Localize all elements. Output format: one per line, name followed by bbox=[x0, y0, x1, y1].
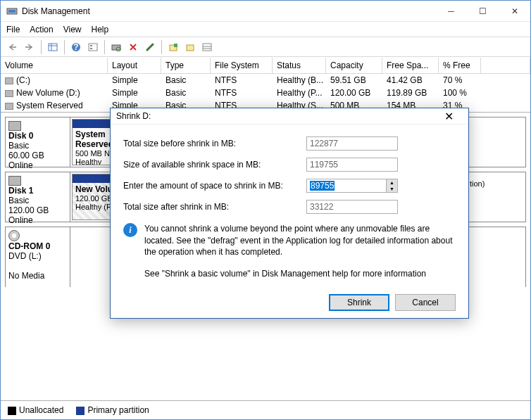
svg-rect-1 bbox=[8, 10, 15, 13]
legend-primary: Primary partition bbox=[76, 405, 149, 415]
menu-view[interactable]: View bbox=[63, 25, 82, 34]
volume-row[interactable]: (C:)SimpleBasicNTFSHealthy (B...59.51 GB… bbox=[1, 74, 530, 87]
cd-icon bbox=[8, 230, 20, 241]
volume-row[interactable]: New Volume (D:)SimpleBasicNTFSHealthy (P… bbox=[1, 87, 530, 99]
after-shrink-label: Total size after shrink in MB: bbox=[123, 202, 306, 212]
delete-button[interactable] bbox=[125, 39, 141, 55]
disk-icon bbox=[8, 176, 21, 186]
col-free[interactable]: Free Spa... bbox=[382, 58, 439, 73]
disk-info[interactable]: Disk 1Basic120.00 GBOnline bbox=[6, 172, 70, 222]
minimize-button[interactable]: ─ bbox=[435, 1, 467, 21]
col-fs[interactable]: File System bbox=[211, 58, 273, 73]
volume-icon bbox=[5, 90, 13, 97]
forward-button[interactable] bbox=[22, 39, 37, 55]
col-volume[interactable]: Volume bbox=[1, 58, 108, 73]
volume-icon bbox=[5, 103, 13, 110]
dialog-title: Shrink D: bbox=[116, 111, 435, 121]
spinner-buttons[interactable]: ▲ ▼ bbox=[386, 179, 397, 192]
column-headers: Volume Layout Type File System Status Ca… bbox=[1, 58, 530, 74]
window-title: Disk Management bbox=[22, 6, 435, 16]
svg-rect-9 bbox=[90, 48, 92, 49]
shrink-dialog: Shrink D: ✕ Total size before shrink in … bbox=[110, 108, 469, 319]
svg-text:?: ? bbox=[73, 42, 78, 52]
avail-shrink-value: 119755 bbox=[306, 158, 398, 172]
svg-rect-13 bbox=[174, 44, 177, 47]
col-layout[interactable]: Layout bbox=[108, 58, 161, 73]
menu-help[interactable]: Help bbox=[92, 25, 109, 34]
spinner-up-icon[interactable]: ▲ bbox=[387, 179, 397, 186]
close-button[interactable]: ✕ bbox=[499, 1, 530, 21]
svg-rect-2 bbox=[49, 44, 57, 51]
after-shrink-value: 33122 bbox=[306, 200, 398, 214]
disk-icon bbox=[8, 121, 21, 131]
refresh-button[interactable] bbox=[108, 39, 124, 55]
main-window: Disk Management ─ ☐ ✕ File Action View H… bbox=[0, 0, 531, 420]
toolbar: ? bbox=[1, 37, 530, 57]
back-button[interactable] bbox=[5, 39, 20, 55]
info-icon: i bbox=[123, 223, 137, 237]
menubar: File Action View Help bbox=[1, 22, 530, 37]
volume-icon bbox=[5, 77, 13, 84]
legend-unallocated: Unallocated bbox=[8, 405, 63, 415]
dialog-close-button[interactable]: ✕ bbox=[435, 110, 463, 123]
col-pct[interactable]: % Free bbox=[439, 58, 481, 73]
info-text-1: You cannot shrink a volume beyond the po… bbox=[144, 223, 456, 257]
properties-button[interactable] bbox=[142, 39, 158, 55]
settings-button[interactable] bbox=[85, 39, 101, 55]
before-shrink-label: Total size before shrink in MB: bbox=[123, 139, 306, 148]
truncated-text: tion) bbox=[470, 179, 485, 188]
svg-rect-8 bbox=[90, 45, 92, 46]
menu-file[interactable]: File bbox=[6, 25, 20, 34]
maximize-button[interactable]: ☐ bbox=[467, 1, 499, 21]
spinner-down-icon[interactable]: ▼ bbox=[387, 186, 397, 192]
svg-rect-15 bbox=[203, 44, 211, 51]
titlebar: Disk Management ─ ☐ ✕ bbox=[1, 1, 530, 22]
volume-list: Volume Layout Type File System Status Ca… bbox=[1, 57, 530, 112]
legend: Unallocated Primary partition bbox=[1, 400, 530, 419]
avail-shrink-label: Size of available shrink space in MB: bbox=[123, 160, 306, 170]
shrink-button[interactable]: Shrink bbox=[329, 294, 389, 311]
menu-action[interactable]: Action bbox=[30, 25, 53, 34]
enter-shrink-label: Enter the amount of space to shrink in M… bbox=[123, 181, 306, 191]
vol-button[interactable] bbox=[182, 39, 198, 55]
enter-shrink-input[interactable]: 89755 ▲ ▼ bbox=[306, 179, 398, 193]
svg-rect-7 bbox=[89, 44, 97, 51]
app-icon bbox=[6, 6, 18, 17]
col-type[interactable]: Type bbox=[161, 58, 211, 73]
disk-info[interactable]: CD-ROM 0DVD (L:)No Media bbox=[6, 227, 70, 287]
view-options-button[interactable] bbox=[45, 39, 61, 55]
col-capacity[interactable]: Capacity bbox=[326, 58, 382, 73]
list-button[interactable] bbox=[199, 39, 215, 55]
help-button[interactable]: ? bbox=[68, 39, 84, 55]
svg-rect-14 bbox=[187, 45, 194, 51]
before-shrink-value: 122877 bbox=[306, 136, 398, 151]
disk-info[interactable]: Disk 0Basic60.00 GBOnline bbox=[6, 117, 70, 167]
col-spacer bbox=[481, 58, 530, 73]
cancel-button[interactable]: Cancel bbox=[395, 294, 456, 311]
info-text-2: See "Shrink a basic volume" in Disk Mana… bbox=[144, 269, 456, 279]
dialog-titlebar: Shrink D: ✕ bbox=[111, 108, 468, 125]
col-status[interactable]: Status bbox=[273, 58, 326, 73]
new-vol-button[interactable] bbox=[165, 39, 181, 55]
